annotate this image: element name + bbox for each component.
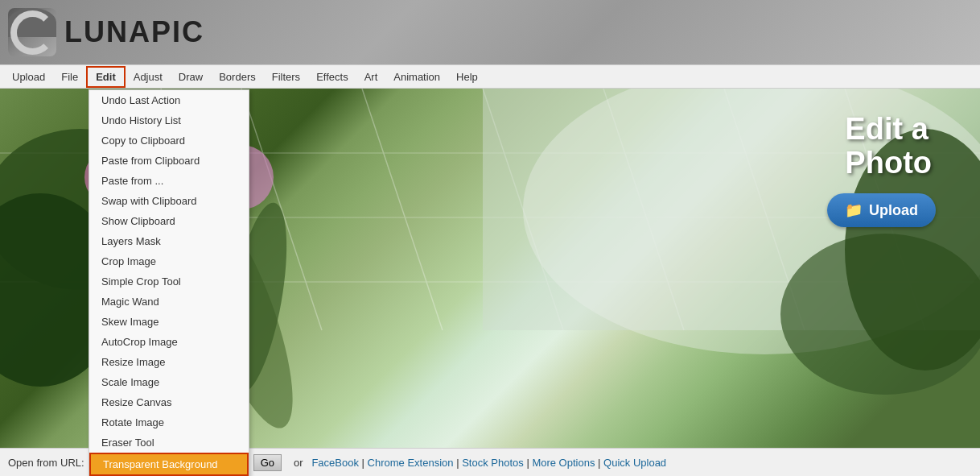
- logo-text: LUNAPIC: [64, 15, 204, 49]
- more-options-link[interactable]: More Options: [532, 457, 595, 469]
- menu-item-eraser-tool[interactable]: Eraser Tool: [89, 433, 249, 453]
- menu-item-autocrop[interactable]: AutoCrop Image: [89, 332, 249, 352]
- edit-heading-line1: Edit a: [845, 113, 932, 147]
- logo-area: LUNAPIC: [8, 8, 204, 56]
- header: LUNAPIC: [0, 0, 980, 64]
- menu-item-undo-last[interactable]: Undo Last Action: [89, 90, 249, 110]
- upload-icon: 📁: [845, 201, 863, 219]
- navbar: Upload File Edit Adjust Draw Borders Fil…: [0, 64, 980, 89]
- edit-heading-line2: Photo: [845, 147, 932, 180]
- nav-item-effects[interactable]: Effects: [308, 68, 356, 86]
- menu-item-resize-canvas[interactable]: Resize Canvas: [89, 392, 249, 412]
- nav-item-upload[interactable]: Upload: [4, 68, 53, 86]
- menu-item-paste-from[interactable]: Paste from ...: [89, 171, 249, 191]
- edit-dropdown-menu: Undo Last Action Undo History List Copy …: [89, 89, 249, 476]
- logo-icon: [8, 8, 56, 56]
- upload-button[interactable]: 📁 Upload: [827, 193, 936, 227]
- quick-upload-link[interactable]: Quick Upload: [603, 457, 666, 469]
- nav-item-edit[interactable]: Edit: [86, 66, 126, 88]
- nav-item-adjust[interactable]: Adjust: [126, 68, 171, 86]
- menu-item-transparent-bg[interactable]: Transparent Background: [89, 453, 249, 476]
- menu-item-rotate-image[interactable]: Rotate Image: [89, 412, 249, 433]
- bottom-links: or FaceBook | Chrome Extension | Stock P…: [294, 457, 666, 469]
- menu-item-crop-image[interactable]: Crop Image: [89, 251, 249, 271]
- chrome-extension-link[interactable]: Chrome Extension: [368, 457, 454, 469]
- logo-c-shape: [10, 10, 55, 55]
- menu-item-layers-mask[interactable]: Layers Mask: [89, 231, 249, 251]
- menu-item-swap-clipboard[interactable]: Swap with Clipboard: [89, 191, 249, 211]
- menu-item-skew-image[interactable]: Skew Image: [89, 312, 249, 332]
- nav-item-file[interactable]: File: [53, 68, 86, 86]
- facebook-link[interactable]: FaceBook: [311, 457, 359, 469]
- menu-item-scale-image[interactable]: Scale Image: [89, 372, 249, 392]
- menu-item-undo-history[interactable]: Undo History List: [89, 110, 249, 130]
- nav-item-borders[interactable]: Borders: [211, 68, 264, 86]
- menu-item-copy-clipboard[interactable]: Copy to Clipboard: [89, 130, 249, 151]
- nav-item-draw[interactable]: Draw: [171, 68, 211, 86]
- or-text: or: [294, 457, 303, 469]
- edit-photo-heading: Edit a Photo: [845, 113, 932, 180]
- url-label: Open from URL:: [8, 457, 84, 469]
- menu-item-simple-crop[interactable]: Simple Crop Tool: [89, 271, 249, 292]
- upload-button-label: Upload: [869, 202, 918, 219]
- menu-item-resize-image[interactable]: Resize Image: [89, 352, 249, 372]
- stock-photos-link[interactable]: Stock Photos: [462, 457, 524, 469]
- nav-item-help[interactable]: Help: [448, 68, 486, 86]
- menu-item-show-clipboard[interactable]: Show Clipboard: [89, 211, 249, 231]
- nav-item-art[interactable]: Art: [356, 68, 386, 86]
- nav-item-filters[interactable]: Filters: [264, 68, 308, 86]
- menu-item-paste-clipboard[interactable]: Paste from Clipboard: [89, 151, 249, 171]
- menu-item-magic-wand[interactable]: Magic Wand: [89, 292, 249, 312]
- nav-item-animation[interactable]: Animation: [385, 68, 448, 86]
- go-button[interactable]: Go: [253, 454, 282, 471]
